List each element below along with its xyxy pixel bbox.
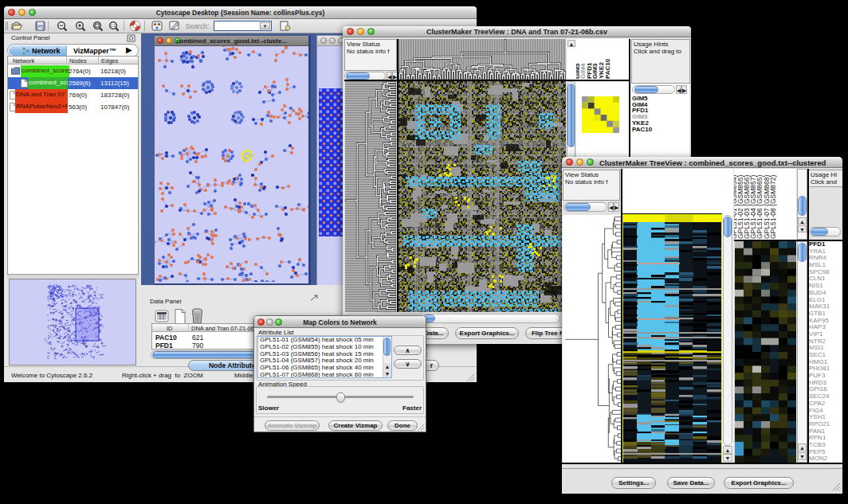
svg-text:1:1: 1:1 bbox=[111, 24, 116, 28]
